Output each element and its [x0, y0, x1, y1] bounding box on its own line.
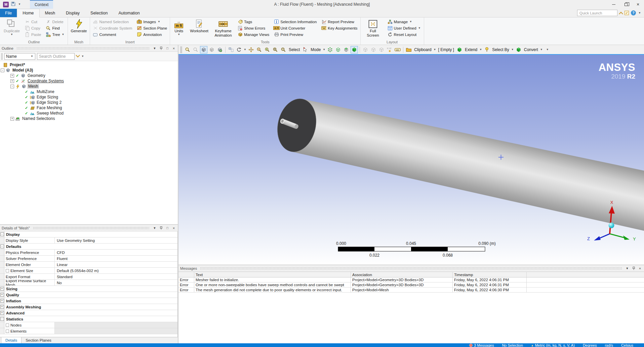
- select-body-icon[interactable]: [351, 46, 358, 53]
- quick-launch-input[interactable]: [577, 10, 617, 16]
- adjacent-selection-icon[interactable]: [370, 46, 377, 53]
- details-section-display[interactable]: -Display: [0, 231, 177, 237]
- qat-customize-icon[interactable]: ▼: [18, 3, 21, 6]
- outline-maximize-icon[interactable]: □: [165, 47, 170, 50]
- tree-item-mesh[interactable]: -Mesh: [0, 84, 178, 89]
- tree-expander-coordinate-systems[interactable]: +: [10, 79, 14, 83]
- restore-button[interactable]: [620, 0, 632, 9]
- worksheet-button[interactable]: Worksheet: [189, 18, 210, 34]
- message-row-1[interactable]: ErrorMesher failed to initialize.Project…: [178, 277, 644, 283]
- zoom-out-icon[interactable]: [255, 46, 263, 53]
- property-value[interactable]: Use Geometry Setting: [55, 237, 177, 243]
- cut-button[interactable]: ✂Cut: [24, 18, 42, 25]
- select-label[interactable]: Select: [288, 47, 301, 52]
- print-preview-button[interactable]: Print Preview: [273, 31, 318, 38]
- rotate-dropdown-icon[interactable]: ▼: [243, 48, 247, 51]
- section-expander-statistics[interactable]: -: [0, 317, 4, 321]
- keyframe-animation-button[interactable]: Keyframe Animation: [212, 18, 234, 38]
- zoom-icon[interactable]: [192, 46, 199, 53]
- property-value[interactable]: Standard: [55, 274, 177, 279]
- convert-label[interactable]: Convert: [523, 47, 539, 52]
- details-row-element-size[interactable]: Element SizeDefault (5.0554e-002 m): [0, 268, 177, 274]
- full-screen-button[interactable]: Full Screen: [362, 18, 384, 38]
- status-temperature-unit[interactable]: Celsius: [621, 343, 633, 347]
- details-section-sizing[interactable]: +Sizing: [0, 286, 177, 292]
- tree-item-named-selections[interactable]: +Named Selections: [0, 116, 178, 121]
- message-row-3[interactable]: ErrorThe mesh generation did not complet…: [178, 288, 644, 293]
- comment-button[interactable]: Comment: [92, 31, 133, 38]
- copy-button[interactable]: Copy: [24, 25, 42, 31]
- details-section-assembly-meshing[interactable]: +Assembly Meshing: [0, 304, 177, 310]
- find-button[interactable]: Find: [45, 25, 66, 31]
- status-unit-system[interactable]: ▲Metric (m, kg, N, s, V, A): [531, 343, 575, 347]
- box-zoom-icon[interactable]: [184, 46, 191, 53]
- reset-layout-button[interactable]: Reset Layout: [387, 31, 422, 38]
- named-selection-button[interactable]: Named Selection: [92, 18, 133, 25]
- generate-button[interactable]: Generate: [70, 18, 88, 34]
- selection-information-button[interactable]: Selection Information: [273, 18, 318, 25]
- tree-button[interactable]: Tree▼: [45, 31, 66, 38]
- outline-search-input[interactable]: [37, 53, 75, 60]
- select-cursor-icon[interactable]: [301, 46, 309, 53]
- unit-converter-button[interactable]: m ftUnit Converter: [273, 25, 318, 31]
- images-button[interactable]: Images▼: [136, 18, 168, 25]
- property-value[interactable]: [55, 322, 177, 328]
- filter-bar-grip[interactable]: [1, 53, 3, 60]
- section-plane-button[interactable]: Section Plane: [136, 25, 168, 31]
- section-expander-display[interactable]: -: [0, 232, 4, 236]
- details-row-display-style[interactable]: Display StyleUse Geometry Setting: [0, 237, 177, 244]
- collapse-ribbon-icon[interactable]: [619, 12, 623, 16]
- close-button[interactable]: ×: [632, 0, 644, 9]
- duplicate-button[interactable]: Duplicate▼: [2, 18, 21, 36]
- details-section-defaults[interactable]: -Defaults: [0, 244, 177, 250]
- tree-expander-geometry[interactable]: +: [10, 74, 14, 78]
- property-value[interactable]: Linear: [55, 262, 177, 267]
- zoom-box-icon[interactable]: [280, 46, 287, 53]
- property-checkbox[interactable]: [6, 323, 9, 327]
- select-face-icon[interactable]: [343, 46, 350, 53]
- details-section-inflation[interactable]: +Inflation: [0, 298, 177, 304]
- extend-icon[interactable]: [456, 46, 463, 53]
- details-section-statistics[interactable]: -Statistics: [0, 316, 177, 322]
- measure-icon[interactable]: 100: [394, 46, 401, 53]
- messages-close-icon[interactable]: ×: [638, 266, 642, 270]
- tab-automation[interactable]: Automation: [113, 9, 145, 17]
- bottom-tab-section-planes[interactable]: Section Planes: [22, 337, 55, 343]
- convert-dropdown-icon[interactable]: ▼: [540, 48, 543, 51]
- details-row-elements[interactable]: Elements: [0, 328, 177, 334]
- paste-button[interactable]: Paste: [24, 31, 42, 38]
- convert-icon[interactable]: [515, 46, 522, 53]
- pan-icon[interactable]: [247, 46, 255, 53]
- key-assignments-button[interactable]: Key Assignments: [320, 25, 358, 31]
- extend-selection-mode-icon[interactable]: [362, 46, 369, 53]
- property-checkbox[interactable]: [6, 330, 9, 333]
- wireframe-view-icon[interactable]: [208, 46, 215, 53]
- extend-dropdown-icon[interactable]: ▼: [479, 48, 482, 51]
- status-selection[interactable]: No Selection: [502, 343, 523, 347]
- clipboard-dropdown-icon[interactable]: ▼: [433, 48, 437, 51]
- search-expand-icon[interactable]: [76, 53, 80, 57]
- save-icon[interactable]: [11, 2, 15, 7]
- tree-item-coordinate-systems[interactable]: +✓Coordinate Systems: [0, 78, 178, 84]
- tab-selection[interactable]: Selection: [85, 9, 113, 17]
- help-dropdown-icon[interactable]: ▼: [638, 12, 641, 14]
- details-row-element-order[interactable]: Element OrderLinear: [0, 262, 177, 268]
- details-row-export-format[interactable]: Export FormatStandard: [0, 274, 177, 280]
- select-by-dropdown-icon[interactable]: ▼: [511, 48, 514, 51]
- viewports-icon[interactable]: [227, 46, 235, 53]
- outline-pin-icon[interactable]: [159, 47, 163, 50]
- bottom-tab-details[interactable]: Details: [1, 337, 22, 343]
- clipboard-label[interactable]: Clipboard: [413, 47, 432, 52]
- show-errors-button[interactable]: Show Errors: [237, 25, 270, 31]
- manage-views-button[interactable]: Manage Views: [237, 31, 270, 38]
- coordinates-picker-icon[interactable]: X,Y,Z: [386, 46, 393, 53]
- messages-menu-icon[interactable]: ▼: [625, 267, 630, 270]
- section-expander-advanced[interactable]: +: [0, 311, 4, 315]
- help-icon[interactable]: ?: [631, 10, 636, 15]
- property-checkbox[interactable]: [6, 269, 9, 272]
- options-check-icon[interactable]: ✓: [625, 11, 629, 15]
- manage-button[interactable]: Manage▼: [387, 18, 422, 25]
- extend-label[interactable]: Extend: [464, 47, 478, 52]
- section-expander-quality[interactable]: +: [0, 293, 4, 297]
- details-row-physics-preference[interactable]: Physics PreferenceCFD: [0, 250, 177, 256]
